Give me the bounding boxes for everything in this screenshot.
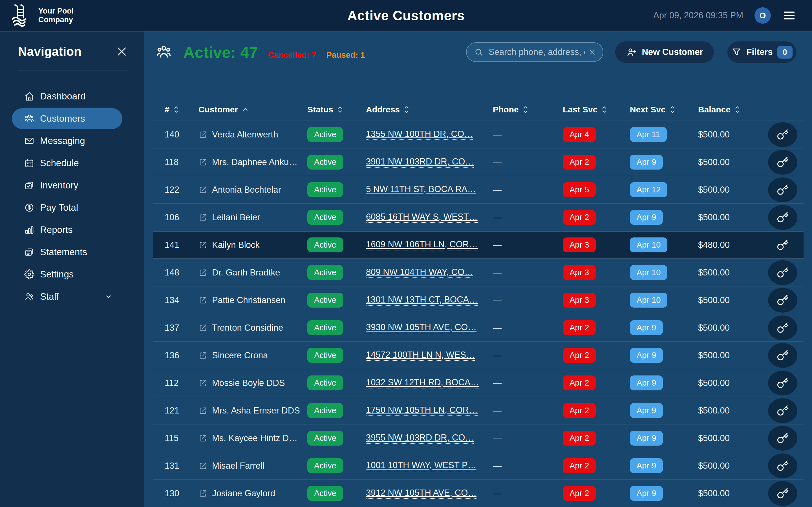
customer-name[interactable]: Mossie Boyle DDS: [212, 378, 285, 388]
header-status[interactable]: Status: [307, 105, 366, 114]
table-row[interactable]: 134 Pattie Christiansen Active 1301 NW 1…: [153, 286, 804, 314]
table-row[interactable]: 136 Sincere Crona Active 14572 100TH LN …: [153, 341, 804, 369]
address-link[interactable]: 3930 NW 105TH AVE, CO…: [366, 322, 476, 333]
phone-value: —: [493, 295, 563, 305]
external-link-icon[interactable]: [199, 406, 207, 415]
filters-button[interactable]: Filters 0: [727, 41, 796, 63]
customer-name[interactable]: Mrs. Daphnee Anku…: [212, 157, 297, 167]
external-link-icon[interactable]: [199, 268, 207, 277]
header-customer[interactable]: Customer: [199, 105, 307, 114]
address-link[interactable]: 3955 NW 103RD DR, CO…: [366, 433, 474, 444]
table-row[interactable]: 106 Leilani Beier Active 6085 16TH WAY S…: [153, 203, 804, 231]
search-box[interactable]: [466, 42, 603, 62]
external-link-icon[interactable]: [199, 240, 207, 249]
customer-name[interactable]: Sincere Crona: [212, 350, 268, 360]
new-customer-button[interactable]: New Customer: [615, 41, 714, 63]
customer-name[interactable]: Josiane Gaylord: [212, 489, 275, 499]
address-link[interactable]: 1355 NW 100TH DR, CO…: [366, 129, 473, 140]
header-next-svc[interactable]: Next Svc: [630, 105, 698, 114]
external-link-icon[interactable]: [199, 296, 207, 305]
sidebar-item-inventory[interactable]: Inventory: [12, 175, 122, 196]
customer-name[interactable]: Verda Altenwerth: [212, 129, 278, 140]
key-button[interactable]: [768, 453, 797, 478]
address-link[interactable]: 5 NW 11TH ST, BOCA RA…: [366, 184, 476, 195]
external-link-icon[interactable]: [199, 130, 207, 139]
customer-name[interactable]: Trenton Considine: [212, 323, 283, 333]
address-link[interactable]: 1032 SW 12TH RD, BOCA…: [366, 378, 479, 388]
table-row[interactable]: 115 Ms. Kaycee Hintz D… Active 3955 NW 1…: [153, 424, 804, 452]
key-button[interactable]: [768, 398, 797, 423]
header-last-svc[interactable]: Last Svc: [563, 105, 630, 114]
header-address[interactable]: Address: [366, 105, 493, 114]
sidebar-item-customers[interactable]: Customers: [12, 108, 122, 129]
key-button[interactable]: [768, 316, 797, 340]
table-row[interactable]: 131 Misael Farrell Active 1001 10TH WAY,…: [153, 452, 804, 480]
sidebar-item-schedule[interactable]: Schedule: [12, 153, 122, 173]
external-link-icon[interactable]: [199, 158, 207, 167]
external-link-icon[interactable]: [199, 434, 207, 443]
table-row[interactable]: 148 Dr. Garth Bradtke Active 809 NW 104T…: [153, 259, 804, 286]
key-button[interactable]: [768, 177, 797, 202]
customer-name[interactable]: Leilani Beier: [212, 212, 260, 223]
hamburger-menu-icon[interactable]: [782, 8, 796, 22]
customer-number: 130: [165, 489, 199, 499]
key-button[interactable]: [768, 260, 797, 285]
clear-search-icon[interactable]: [588, 48, 597, 56]
key-button[interactable]: [768, 233, 797, 258]
external-link-icon[interactable]: [199, 185, 207, 194]
sidebar-item-dashboard[interactable]: Dashboard: [12, 86, 122, 107]
sidebar-item-staff[interactable]: Staff: [12, 286, 122, 307]
customer-name[interactable]: Pattie Christiansen: [212, 295, 285, 305]
table-row[interactable]: 137 Trenton Considine Active 3930 NW 105…: [153, 314, 804, 341]
address-link[interactable]: 1001 10TH WAY, WEST P…: [366, 460, 476, 471]
sidebar-item-statements[interactable]: Statements: [12, 242, 122, 263]
customer-name[interactable]: Kailyn Block: [212, 240, 260, 250]
external-link-icon[interactable]: [199, 213, 207, 222]
external-link-icon[interactable]: [199, 379, 207, 388]
table-row[interactable]: 118 Mrs. Daphnee Anku… Active 3901 NW 10…: [153, 148, 804, 176]
table-row[interactable]: 130 Josiane Gaylord Active 3912 NW 105TH…: [153, 480, 804, 507]
address-link[interactable]: 6085 16TH WAY S, WEST…: [366, 212, 477, 223]
table-row[interactable]: 141 Kailyn Block Active 1609 NW 106TH LN…: [153, 231, 804, 259]
key-button[interactable]: [768, 426, 797, 451]
address-link[interactable]: 3901 NW 103RD DR, CO…: [366, 157, 474, 168]
address-link[interactable]: 809 NW 104TH WAY, CO…: [366, 267, 473, 278]
table-row[interactable]: 112 Mossie Boyle DDS Active 1032 SW 12TH…: [153, 369, 804, 397]
table-row[interactable]: 121 Mrs. Asha Ernser DDS Active 1750 NW …: [153, 397, 804, 424]
customer-name[interactable]: Mrs. Asha Ernser DDS: [212, 406, 300, 416]
avatar[interactable]: O: [755, 7, 771, 24]
sidebar-item-messaging[interactable]: Messaging: [12, 130, 122, 151]
header-number[interactable]: #: [165, 105, 199, 114]
address-link[interactable]: 1609 NW 106TH LN, COR…: [366, 239, 477, 250]
customer-name-cell: Sincere Crona: [199, 350, 307, 360]
customer-name[interactable]: Antonia Bechtelar: [212, 185, 281, 195]
address-link[interactable]: 1750 NW 105TH LN, COR…: [366, 405, 477, 416]
key-button[interactable]: [768, 371, 797, 395]
address-link[interactable]: 14572 100TH LN N, WES…: [366, 350, 475, 361]
key-button[interactable]: [768, 481, 797, 506]
table-row[interactable]: 140 Verda Altenwerth Active 1355 NW 100T…: [153, 121, 804, 148]
external-link-icon[interactable]: [199, 351, 207, 360]
close-icon[interactable]: [116, 45, 128, 58]
customer-name[interactable]: Misael Farrell: [212, 461, 264, 471]
key-button[interactable]: [768, 288, 797, 313]
address-link[interactable]: 3912 NW 105TH AVE, CO…: [366, 488, 476, 499]
key-icon: [777, 432, 789, 444]
customer-name[interactable]: Ms. Kaycee Hintz D…: [212, 433, 297, 443]
external-link-icon[interactable]: [199, 323, 207, 332]
external-link-icon[interactable]: [199, 461, 207, 470]
key-button[interactable]: [768, 150, 797, 175]
key-button[interactable]: [768, 205, 797, 230]
sidebar-item-pay-total[interactable]: Pay Total: [12, 197, 122, 218]
search-input[interactable]: [489, 47, 585, 57]
table-row[interactable]: 122 Antonia Bechtelar Active 5 NW 11TH S…: [153, 176, 804, 203]
header-balance[interactable]: Balance: [698, 105, 764, 114]
sidebar-item-settings[interactable]: Settings: [12, 264, 122, 285]
sidebar-item-reports[interactable]: Reports: [12, 219, 122, 240]
key-button[interactable]: [768, 343, 797, 368]
address-link[interactable]: 1301 NW 13TH CT, BOCA…: [366, 295, 477, 305]
customer-name[interactable]: Dr. Garth Bradtke: [212, 268, 280, 278]
external-link-icon[interactable]: [199, 489, 207, 498]
key-button[interactable]: [768, 122, 797, 147]
header-phone[interactable]: Phone: [493, 105, 563, 114]
